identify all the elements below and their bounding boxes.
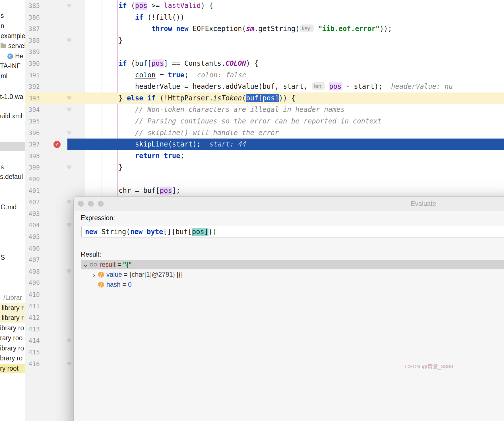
line-number[interactable]: 407: [25, 254, 40, 266]
gutter-mark-icon[interactable]: [67, 108, 71, 112]
project-tree-item[interactable]: rary roo: [0, 333, 25, 343]
code-line-387[interactable]: 387 throw new EOFException(sm.getString(…: [25, 23, 504, 35]
gutter-mark-icon[interactable]: [67, 223, 71, 227]
expression-input[interactable]: new String(new byte[]{buf[pos]}): [81, 226, 504, 238]
code-text: // Non-token characters are illegal in h…: [119, 104, 504, 115]
project-tree-item[interactable]: TA-INF: [0, 61, 25, 71]
project-tree-item[interactable]: s: [0, 162, 25, 172]
line-number[interactable]: 391: [25, 69, 40, 81]
line-number[interactable]: 388: [25, 35, 40, 46]
gutter-mark-icon[interactable]: [67, 339, 71, 342]
line-number[interactable]: 403: [25, 208, 40, 220]
gutter-mark-icon[interactable]: [67, 96, 71, 100]
code-line-386[interactable]: 386 if (!fill()): [25, 12, 504, 23]
project-tree-item[interactable]: ibrary ro: [0, 323, 25, 333]
line-number[interactable]: 406: [25, 243, 40, 254]
chevron-down-icon[interactable]: [83, 262, 88, 267]
line-number[interactable]: 416: [25, 358, 40, 370]
project-tree-item[interactable]: [0, 142, 25, 151]
code-line-396[interactable]: 396 // skipLine() will handle the error: [25, 127, 504, 139]
project-tree-item[interactable]: brary ro: [0, 354, 25, 363]
tree-item-label: ml: [1, 71, 7, 81]
line-number[interactable]: 399: [25, 162, 40, 173]
code-line-385[interactable]: 385if (pos >= lastValid) {: [25, 0, 504, 12]
line-number[interactable]: 409: [25, 277, 40, 289]
project-tree-item[interactable]: S: [0, 253, 25, 262]
project-tree-item[interactable]: s: [0, 11, 25, 20]
code-line-397[interactable]: 397✓ skipLine(start);start: 44: [25, 139, 504, 150]
breakpoint-icon[interactable]: ✓: [53, 141, 61, 148]
code-line-388[interactable]: 388}: [25, 35, 504, 46]
line-number[interactable]: 398: [25, 150, 40, 162]
code-line-401[interactable]: 401chr = buf[pos];: [25, 185, 504, 197]
line-number[interactable]: 392: [25, 81, 40, 92]
line-number[interactable]: 396: [25, 127, 40, 139]
line-number[interactable]: 387: [25, 23, 40, 35]
code-text: colon = true;colon: false: [119, 69, 504, 81]
line-number[interactable]: 402: [25, 196, 40, 208]
gutter-mark-icon[interactable]: [67, 131, 71, 135]
line-number[interactable]: 390: [25, 58, 40, 69]
chevron-right-icon[interactable]: [92, 272, 96, 277]
result-row-value[interactable]: fvalue = {char[1]@2791} [{]: [81, 270, 504, 279]
gutter-mark-icon[interactable]: [67, 362, 71, 366]
line-number[interactable]: 413: [25, 323, 40, 335]
window-minimize-button[interactable]: [88, 201, 94, 207]
project-tree-item[interactable]: t-1.0.wa: [0, 92, 25, 102]
code-line-391[interactable]: 391 colon = true;colon: false: [25, 69, 504, 81]
code-line-395[interactable]: 395 // Parsing continues so the error ca…: [25, 115, 504, 127]
project-tree-item[interactable]: ry root: [0, 364, 25, 373]
gutter-mark-icon[interactable]: [67, 4, 71, 8]
line-number[interactable]: 389: [25, 46, 40, 58]
result-row-result[interactable]: result = "{": [81, 260, 504, 269]
project-tree-item[interactable]: n: [0, 21, 25, 31]
result-row-hash[interactable]: fhash = 0: [81, 280, 504, 289]
project-tree-item[interactable]: uild.xml: [0, 112, 25, 121]
gutter-mark-icon[interactable]: [67, 165, 71, 169]
line-number[interactable]: 410: [25, 289, 40, 300]
line-number[interactable]: 397: [25, 139, 40, 150]
gutter-mark-icon[interactable]: [67, 200, 71, 204]
dialog-header[interactable]: Evaluate: [74, 197, 504, 211]
line-number[interactable]: 414: [25, 335, 40, 346]
project-tree-item[interactable]: CHe: [0, 51, 25, 61]
line-number[interactable]: 408: [25, 266, 40, 277]
code-line-394[interactable]: 394 // Non-token characters are illegal …: [25, 104, 504, 115]
line-number[interactable]: 411: [25, 300, 40, 312]
tree-item-label: TA-INF: [0, 61, 20, 71]
line-number[interactable]: 415: [25, 346, 40, 358]
code-token: (: [242, 94, 246, 102]
line-number[interactable]: 394: [25, 104, 40, 115]
code-line-398[interactable]: 398 return true;: [25, 150, 504, 162]
project-tree-item[interactable]: ml: [0, 71, 25, 81]
watermark: CSDN @黄裳_8888: [405, 363, 453, 370]
code-line-399[interactable]: 399}: [25, 162, 504, 173]
code-line-400[interactable]: 400: [25, 173, 504, 185]
code-line-390[interactable]: 390if (buf[pos] == Constants.COLON) {: [25, 58, 504, 69]
line-number[interactable]: 385: [25, 0, 40, 12]
code-line-392[interactable]: 392 headerValue = headers.addValue(buf, …: [25, 81, 504, 92]
line-number[interactable]: 400: [25, 173, 40, 185]
project-tree-item[interactable]: ibrary ro: [0, 344, 25, 353]
window-close-button[interactable]: [78, 201, 84, 207]
code-line-393[interactable]: 393} else if (!HttpParser.isToken(buf[po…: [25, 92, 504, 104]
code-line-389[interactable]: 389: [25, 46, 504, 58]
code-token: if: [147, 94, 156, 102]
project-tree-item[interactable]: library r: [0, 313, 25, 323]
line-number[interactable]: 405: [25, 231, 40, 243]
project-tree-item[interactable]: servel: [0, 41, 25, 51]
line-number[interactable]: 386: [25, 12, 40, 23]
window-zoom-button[interactable]: [98, 201, 104, 207]
gutter-mark-icon[interactable]: [67, 269, 71, 273]
line-number[interactable]: 404: [25, 219, 40, 231]
line-number[interactable]: 412: [25, 312, 40, 323]
line-number[interactable]: 395: [25, 115, 40, 127]
project-tree-item[interactable]: s.defaul: [0, 172, 25, 181]
project-tree-item[interactable]: /Librar: [0, 293, 25, 302]
project-tree-item[interactable]: G.md: [0, 203, 25, 212]
line-number[interactable]: 393: [25, 92, 40, 104]
project-tree-item[interactable]: library r: [0, 303, 25, 313]
line-number[interactable]: 401: [25, 185, 40, 197]
project-tree-item[interactable]: example: [0, 31, 25, 41]
gutter-mark-icon[interactable]: [67, 38, 71, 42]
